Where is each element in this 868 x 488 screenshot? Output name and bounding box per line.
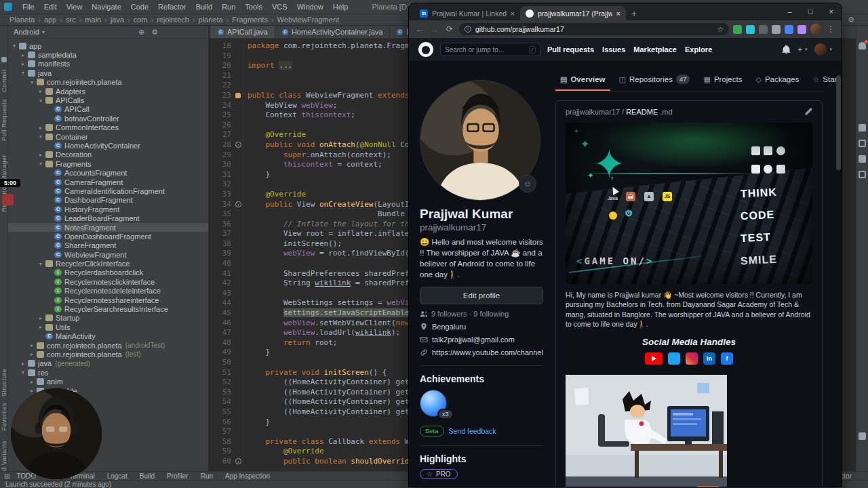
notifications-icon[interactable] [859,42,866,49]
project-view-selector[interactable]: Android [14,28,39,36]
new-tab-button[interactable]: + [626,6,642,20]
maximize-icon[interactable]: □ [808,7,813,16]
tree-item[interactable]: ▾RecyclerClickInterface [8,259,208,268]
tree-chevron-icon[interactable]: ▾ [28,79,35,85]
tree-item[interactable]: IRecyclerSearchresultsInterface [8,304,208,313]
override-gutter-icon[interactable]: ↑ [235,201,241,207]
menu-refactor[interactable]: Refactor [153,3,191,11]
tree-item[interactable]: CNotesFragment [8,223,208,232]
tree-chevron-icon[interactable]: ▾ [11,43,18,49]
tree-chevron-icon[interactable]: ▸ [28,342,35,348]
header-avatar[interactable] [814,43,827,56]
back-icon[interactable]: ← [414,24,425,34]
tree-item[interactable]: ▾com.rejointech.planeta [8,78,208,87]
tree-chevron-icon[interactable]: ▸ [20,61,26,67]
gradle-icon[interactable] [859,140,866,147]
nav-link-issues[interactable]: Issues [602,45,625,54]
tool-button-structure[interactable]: Structure [1,369,7,396]
tree-item[interactable]: ▸com.rejointech.planeta(test) [8,350,208,359]
youtube-icon[interactable] [645,352,663,365]
breadcrumb-item[interactable]: src [56,16,75,24]
set-status-button[interactable]: ☺ [519,175,536,192]
breadcrumb-item[interactable]: com [124,16,147,24]
reload-icon[interactable]: ⟳ [444,24,455,34]
menu-edit[interactable]: Edit [39,3,62,11]
create-new-icon[interactable]: + [798,45,802,54]
nav-link-marketplace[interactable]: Marketplace [633,45,677,54]
profile-tab-overview[interactable]: ▤Overview [555,69,610,91]
tree-chevron-icon[interactable]: ▾ [20,70,26,76]
breadcrumb-item[interactable]: WebviewFragment [268,16,339,24]
tree-item[interactable]: IRecyclernotesshareinterface [8,296,208,304]
tree-item[interactable]: COpenDashboardFragment [8,232,208,241]
tree-item[interactable]: CLeaderBoardFragment [8,214,208,222]
tree-item[interactable]: ▾res [8,368,208,377]
edit-pencil-icon[interactable] [804,108,812,116]
readme-owner[interactable]: prajjwalkumar17 [566,108,620,116]
instagram-icon[interactable] [686,352,698,365]
bell-icon[interactable] [782,45,791,54]
forward-icon[interactable]: → [429,24,440,34]
menu-vcs[interactable]: VCS [267,3,292,11]
extension-icon[interactable] [785,25,793,34]
tree-item[interactable]: IRecyclernotesclickinterface [8,277,208,286]
tree-chevron-icon[interactable]: ▸ [20,361,26,367]
tree-chevron-icon[interactable]: ▸ [28,351,35,357]
breadcrumb-item[interactable]: planeta [189,16,223,24]
tree-chevron-icon[interactable]: ▸ [28,388,35,394]
tree-item[interactable]: ▸manifests [8,60,208,68]
status-profiler[interactable]: Profiler [167,472,189,480]
tree-chevron-icon[interactable]: ▾ [37,261,44,267]
tree-item[interactable]: ▸com.rejointech.planeta(androidTest) [8,341,208,350]
minimize-icon[interactable]: – [788,7,792,16]
browser-menu-icon[interactable]: ⋮ [825,24,836,34]
facebook-icon[interactable]: f [721,352,733,365]
address-bar[interactable]: i github.com/prajjwalkumar17 ☆ [459,23,729,35]
profile-email[interactable]: talk2prajjwal@gmail.com [420,336,543,344]
project-tool-icon[interactable] [1,57,7,62]
close-icon[interactable]: × [829,7,833,16]
breadcrumb-item[interactable]: rejointech [148,16,189,24]
tree-item[interactable]: ▾Container [8,132,208,141]
tree-item[interactable]: CHistoryFragment [8,205,208,214]
emulator-icon[interactable] [859,432,866,440]
database-inspector-icon[interactable] [859,171,866,178]
editor-tab[interactable]: CHomeActivityContainer.java [275,26,391,38]
tree-chevron-icon[interactable]: ▸ [37,152,44,158]
profile-tab-repositories[interactable]: ◫Repositories47 [614,69,695,91]
status-build[interactable]: Build [140,472,155,480]
tree-chevron-icon[interactable]: ▾ [37,98,44,104]
tree-item[interactable]: CbotnavController [8,114,208,123]
locate-file-icon[interactable]: ⊕ [138,28,144,37]
tree-item[interactable]: ▸anim [8,377,208,386]
override-gutter-icon[interactable]: ↑ [235,458,241,464]
tree-item[interactable]: ▾java [8,68,208,77]
bookmark-star-icon[interactable]: ☆ [717,25,724,34]
breadcrumb-item[interactable]: app [35,16,56,24]
tree-item[interactable]: CMainActivity [8,332,208,341]
tree-chevron-icon[interactable]: ▾ [37,161,44,167]
editor-tab[interactable]: CAPICall.java [211,26,275,38]
followers-line[interactable]: 9 followers · 9 following [420,310,543,318]
tree-item[interactable]: IRecyclerdashboardclick [8,268,208,277]
tree-chevron-icon[interactable]: ▸ [37,315,44,321]
tree-item[interactable]: ▸Utils [8,323,208,331]
website-text[interactable]: https://www.youtube.com/channel/UCSh3... [432,348,543,357]
profile-tab-projects[interactable]: ▦Projects [698,69,747,91]
tab-close-icon[interactable]: × [616,9,620,18]
profile-website[interactable]: https://www.youtube.com/channel/UCSh3... [420,348,543,357]
tree-item[interactable]: ▸Decoration [8,150,208,159]
linkedin-icon[interactable]: in [703,352,715,365]
tool-button-pull-requests[interactable]: Pull Requests [1,99,7,141]
menu-view[interactable]: View [62,3,87,11]
site-info-icon[interactable]: i [465,26,471,33]
page-scrollbar[interactable] [836,75,841,170]
extension-icon[interactable] [772,25,781,34]
nav-link-explore[interactable]: Explore [685,45,712,54]
menu-navigate[interactable]: Navigate [87,3,125,11]
tree-chevron-icon[interactable]: ▾ [37,134,44,140]
edit-profile-button[interactable]: Edit profile [420,287,543,304]
tree-chevron-icon[interactable]: ▸ [37,88,44,94]
browser-tab[interactable]: inPrajjwal Kumar | LinkedIn× [414,6,520,20]
extension-icon[interactable] [759,25,768,34]
